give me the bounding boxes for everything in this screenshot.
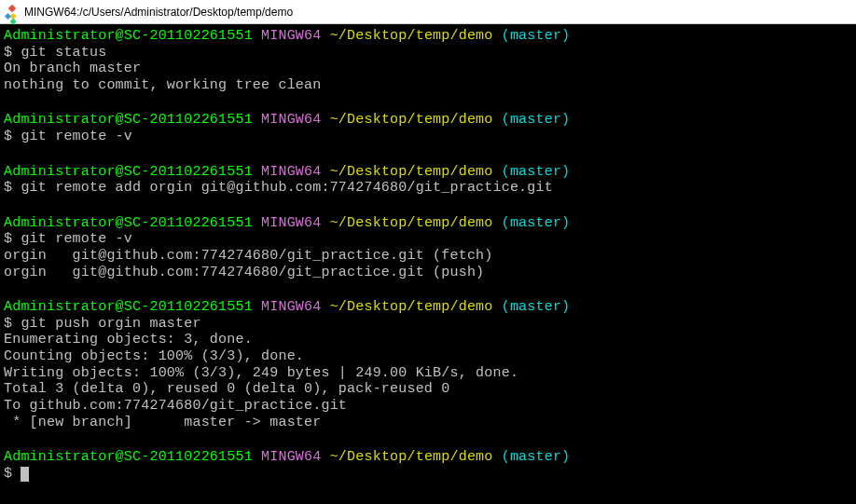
command-line: $ git remote add orgin git@github.com:77… bbox=[4, 180, 852, 197]
prompt-env: MINGW64 bbox=[261, 28, 321, 44]
command-line: $ git status bbox=[4, 45, 852, 61]
blank-line bbox=[4, 96, 852, 113]
prompt-env: MINGW64 bbox=[261, 299, 321, 315]
prompt-path: ~/Desktop/temp/demo bbox=[330, 164, 493, 180]
terminal-block: Administrator@SC-201102261551 MINGW64 ~/… bbox=[4, 28, 852, 94]
command-line: $ git remote -v bbox=[4, 231, 852, 248]
prompt-user-host: Administrator@SC-201102261551 bbox=[4, 215, 253, 231]
prompt-env: MINGW64 bbox=[261, 215, 321, 231]
prompt-line: Administrator@SC-201102261551 MINGW64 ~/… bbox=[4, 449, 852, 466]
command-line: $ bbox=[4, 466, 852, 483]
prompt-branch: (master) bbox=[502, 215, 571, 231]
app-icon bbox=[6, 6, 19, 19]
prompt-line: Administrator@SC-201102261551 MINGW64 ~/… bbox=[4, 299, 852, 316]
terminal-block: Administrator@SC-201102261551 MINGW64 ~/… bbox=[4, 215, 852, 281]
terminal-block: Administrator@SC-201102261551 MINGW64 ~/… bbox=[4, 164, 852, 197]
blank-line bbox=[4, 433, 852, 450]
command-line: $ git push orgin master bbox=[4, 316, 852, 333]
prompt-env: MINGW64 bbox=[261, 164, 321, 180]
command-output: Enumerating objects: 3, done. Counting o… bbox=[4, 332, 852, 430]
cursor bbox=[21, 467, 29, 482]
terminal-body[interactable]: Administrator@SC-201102261551 MINGW64 ~/… bbox=[0, 24, 856, 504]
terminal-block: Administrator@SC-201102261551 MINGW64 ~/… bbox=[4, 112, 852, 144]
prompt-user-host: Administrator@SC-201102261551 bbox=[4, 299, 253, 315]
terminal-block: Administrator@SC-201102261551 MINGW64 ~/… bbox=[4, 449, 852, 482]
prompt-branch: (master) bbox=[502, 112, 571, 128]
blank-line bbox=[4, 147, 852, 164]
command-line: $ git remote -v bbox=[4, 129, 852, 145]
terminal-block: Administrator@SC-201102261551 MINGW64 ~/… bbox=[4, 299, 852, 431]
prompt-env: MINGW64 bbox=[261, 112, 321, 128]
prompt-user-host: Administrator@SC-201102261551 bbox=[4, 112, 253, 128]
prompt-line: Administrator@SC-201102261551 MINGW64 ~/… bbox=[4, 112, 852, 129]
prompt-branch: (master) bbox=[502, 28, 571, 44]
window-titlebar: MINGW64:/c/Users/Administrator/Desktop/t… bbox=[0, 0, 856, 24]
command-output: orgin git@github.com:774274680/git_pract… bbox=[4, 248, 852, 280]
window-title: MINGW64:/c/Users/Administrator/Desktop/t… bbox=[24, 6, 293, 19]
prompt-user-host: Administrator@SC-201102261551 bbox=[4, 28, 253, 44]
prompt-path: ~/Desktop/temp/demo bbox=[330, 28, 493, 44]
prompt-path: ~/Desktop/temp/demo bbox=[330, 449, 493, 465]
prompt-user-host: Administrator@SC-201102261551 bbox=[4, 164, 253, 180]
prompt-user-host: Administrator@SC-201102261551 bbox=[4, 449, 253, 465]
prompt-line: Administrator@SC-201102261551 MINGW64 ~/… bbox=[4, 215, 852, 232]
command-output: On branch master nothing to commit, work… bbox=[4, 61, 852, 93]
prompt-line: Administrator@SC-201102261551 MINGW64 ~/… bbox=[4, 164, 852, 181]
blank-line bbox=[4, 198, 852, 215]
prompt-env: MINGW64 bbox=[261, 449, 321, 465]
prompt-path: ~/Desktop/temp/demo bbox=[330, 215, 493, 231]
prompt-path: ~/Desktop/temp/demo bbox=[330, 112, 493, 128]
prompt-branch: (master) bbox=[502, 449, 571, 465]
prompt-path: ~/Desktop/temp/demo bbox=[330, 299, 493, 315]
prompt-line: Administrator@SC-201102261551 MINGW64 ~/… bbox=[4, 28, 852, 45]
prompt-branch: (master) bbox=[502, 299, 571, 315]
prompt-branch: (master) bbox=[502, 164, 571, 180]
blank-line bbox=[4, 282, 852, 299]
